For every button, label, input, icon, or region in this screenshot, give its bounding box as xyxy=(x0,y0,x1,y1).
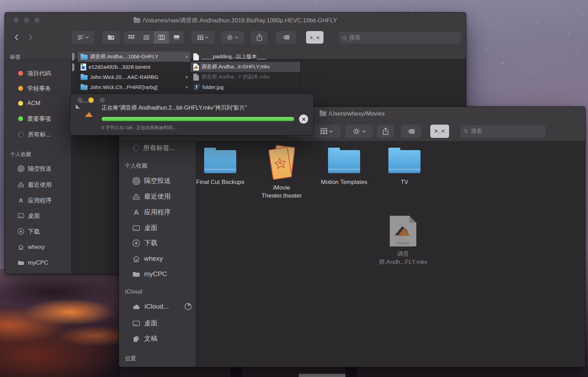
sidebar-item-documents[interactable]: 文稿 xyxy=(132,332,157,345)
file-row-andhadhun-folder[interactable]: 调音师.Andha....10bit-GHFLY xyxy=(78,52,190,62)
sidebar-item-downloads[interactable]: 下载 xyxy=(132,236,157,250)
view-list-button[interactable] xyxy=(139,31,154,44)
group-button[interactable] xyxy=(192,31,215,44)
group-button[interactable] xyxy=(313,125,341,138)
wallpaper-structure xyxy=(345,367,357,377)
sidebar-item-recents[interactable]: 最近使用 xyxy=(17,178,52,191)
tags-header: 标签 xyxy=(10,54,21,60)
sidebar-item-recents[interactable]: 最近使用 xyxy=(132,190,171,203)
sidebar-item-airdrop[interactable]: 隔空投送 xyxy=(132,174,171,187)
view-icons-button[interactable] xyxy=(124,31,139,44)
applications-icon: A xyxy=(17,197,24,204)
file-row-johnwick-ch[interactable]: John.Wick.Ch...PHiRE[rarbg] xyxy=(78,82,190,92)
video-file-icon: VIDEO xyxy=(390,216,416,246)
view-gallery-button[interactable] xyxy=(169,31,184,44)
gear-icon xyxy=(353,128,360,135)
folder-icon xyxy=(17,259,24,266)
list-view-icon xyxy=(143,35,149,40)
minimize-button[interactable] xyxy=(88,97,94,103)
sidebar-item-home-whexy[interactable]: whexy xyxy=(17,241,45,253)
share-button[interactable] xyxy=(251,31,268,44)
torrent-file-icon xyxy=(81,64,86,71)
group-icon xyxy=(320,128,327,134)
new-folder-icon xyxy=(107,34,115,40)
file-row-johnwick[interactable]: John.Wick.20....AAC-RARBG xyxy=(78,72,190,82)
file-row-torrent[interactable]: e12d2a492b...3328.torrent xyxy=(78,62,190,72)
locations-header: 位置 xyxy=(125,355,136,362)
sidebar-item-desktop[interactable]: 桌面 xyxy=(17,209,40,222)
desktop-icon xyxy=(132,319,140,327)
sidebar-item-airdrop[interactable]: 隔空投送 xyxy=(17,162,52,175)
sidebar-item-applications[interactable]: A 应用程序 xyxy=(17,194,52,207)
search-input[interactable] xyxy=(349,34,457,41)
folder-item-imovie-theater[interactable]: iMovie Theater.theater xyxy=(254,147,310,200)
back-button[interactable] xyxy=(10,31,23,44)
document-copy-icon xyxy=(193,74,199,81)
zoom-button[interactable] xyxy=(99,97,105,103)
search-icon xyxy=(342,36,347,40)
sidebar-item-applications[interactable]: A 应用程序 xyxy=(132,206,171,219)
sidebar-tag-green[interactable]: 重要事项 xyxy=(18,113,51,124)
folder-item-tv[interactable]: TV xyxy=(377,147,432,186)
sidebar-item-downloads[interactable]: 下载 xyxy=(17,225,40,238)
forward-button[interactable] xyxy=(24,31,37,44)
file-item-mkv-copying[interactable]: VIDEO 调音 师.Andh...FLY.mkv xyxy=(375,216,431,266)
all-tags-icon xyxy=(133,145,139,151)
file-row-mkv-copy[interactable]: 调音师.Andha...Y 的副本.mkv xyxy=(191,72,300,82)
sidebar-item-icloud-desktop[interactable]: 桌面 xyxy=(132,317,157,330)
share-button[interactable] xyxy=(377,125,394,138)
gallery-view-icon xyxy=(173,35,180,40)
view-columns-button[interactable] xyxy=(154,31,169,44)
search-input[interactable] xyxy=(470,128,542,135)
sidebar-tag-red[interactable]: 项目代码 xyxy=(18,68,51,79)
sidebar-item-mycpc[interactable]: myCPC xyxy=(17,257,49,269)
folder-item-motion-templates[interactable]: Motion Templates xyxy=(313,147,375,186)
titlebar[interactable]: /Volumes/nas/调音师.Andhadhun.2018.BluRay.1… xyxy=(5,13,466,28)
chevron-down-icon xyxy=(329,130,333,133)
copy-status-text: 0 字节/2.31 GB - 正在估算剩余时间... xyxy=(102,125,177,131)
sidebar-tag-orange[interactable]: 学校事务 xyxy=(18,83,51,94)
sidebar-item-desktop[interactable]: 桌面 xyxy=(132,221,157,235)
terminal-toolbar-button[interactable]: >_< xyxy=(306,31,323,44)
parent-column-chevron xyxy=(72,64,76,71)
new-folder-button[interactable] xyxy=(102,31,120,44)
file-row-padding[interactable]: ____padding...以上版本___ xyxy=(191,52,300,62)
terminal-toolbar-button[interactable]: >_< xyxy=(430,125,449,138)
tag-icon xyxy=(407,128,416,134)
wallpaper-structure xyxy=(230,367,242,377)
icons-view-icon xyxy=(128,35,134,40)
folder-icon xyxy=(328,150,360,173)
tag-button[interactable] xyxy=(401,125,421,138)
close-x-icon xyxy=(302,117,306,121)
sidebar-item-mycpc[interactable]: myCPC xyxy=(132,267,167,281)
sidebar-item-icloud-drive[interactable]: iCloud... xyxy=(132,300,192,313)
folder-icon xyxy=(388,150,420,173)
imovie-theater-icon xyxy=(265,145,298,179)
svg-text:A: A xyxy=(134,208,139,216)
share-icon xyxy=(382,127,389,135)
action-button[interactable] xyxy=(221,31,244,44)
cancel-copy-button[interactable] xyxy=(299,114,308,124)
tag-button[interactable] xyxy=(276,31,296,44)
folder-icon xyxy=(81,85,88,90)
recents-icon xyxy=(132,193,140,201)
sidebar-tag-yellow[interactable]: ACM xyxy=(18,98,40,109)
wallpaper-structure xyxy=(299,374,345,377)
sidebar-all-tags[interactable]: 所有标... xyxy=(18,129,51,140)
sidebar-item-home-whexy[interactable]: whexy xyxy=(132,252,163,265)
folder-item-final-cut-backups[interactable]: Final Cut Backups xyxy=(189,147,252,186)
parent-column-chevron xyxy=(72,54,76,60)
action-button[interactable] xyxy=(345,125,373,138)
search-icon xyxy=(464,129,468,134)
file-row-mkv[interactable]: 调音师.Andha...it-GHFLY.mkv xyxy=(191,62,300,72)
image-file-icon xyxy=(193,84,200,90)
airdrop-icon xyxy=(132,177,140,185)
search-field[interactable] xyxy=(339,32,461,44)
search-field[interactable] xyxy=(460,125,545,138)
sort-button[interactable] xyxy=(72,31,94,44)
sidebar-all-tags[interactable]: 所有标签... xyxy=(133,141,175,155)
svg-text:A: A xyxy=(19,197,23,204)
file-row-folder-jpg[interactable]: folder.jpg xyxy=(191,82,300,92)
tag-red-icon xyxy=(18,71,23,76)
downloads-icon xyxy=(132,239,140,247)
